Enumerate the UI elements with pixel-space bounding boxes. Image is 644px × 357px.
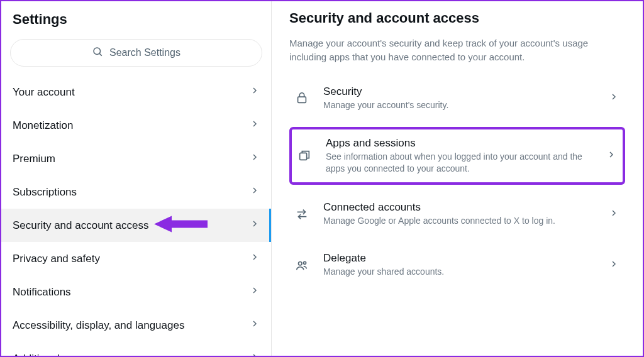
option-body: Security Manage your account's security.	[323, 85, 596, 111]
sidebar-item-label: Security and account access	[13, 219, 148, 232]
option-delegate[interactable]: Delegate Manage your shared accounts.	[289, 243, 625, 287]
chevron-right-icon	[250, 352, 260, 357]
chevron-right-icon	[606, 150, 616, 162]
search-input[interactable]: Search Settings	[10, 39, 262, 67]
option-connected-accounts[interactable]: Connected accounts Manage Google or Appl…	[289, 192, 625, 236]
svg-point-0	[94, 48, 101, 55]
settings-sidebar: Settings Search Settings Your account Mo…	[1, 1, 272, 356]
option-security[interactable]: Security Manage your account's security.	[289, 77, 625, 120]
chevron-right-icon	[250, 252, 260, 265]
svg-rect-3	[298, 97, 306, 102]
sidebar-item-label: Notifications	[13, 286, 71, 299]
search-wrap: Search Settings	[1, 35, 271, 75]
option-subtitle: See information about when you logged in…	[326, 151, 594, 175]
option-apps-sessions[interactable]: Apps and sessions See information about …	[289, 127, 625, 185]
svg-marker-2	[154, 216, 208, 232]
sidebar-item-label: Premium	[13, 153, 55, 165]
chevron-right-icon	[609, 208, 619, 221]
sidebar-item-notifications[interactable]: Notifications	[1, 275, 271, 309]
sidebar-item-subscriptions[interactable]: Subscriptions	[1, 175, 271, 209]
chevron-right-icon	[250, 185, 260, 199]
search-icon	[92, 46, 103, 60]
sidebar-item-label: Your account	[13, 86, 75, 99]
search-placeholder: Search Settings	[109, 47, 180, 58]
sidebar-item-additional[interactable]: Additional resources	[1, 342, 271, 357]
chevron-right-icon	[250, 219, 260, 232]
svg-point-6	[304, 261, 306, 264]
sidebar-item-label: Accessibility, display, and languages	[13, 319, 184, 332]
chevron-right-icon	[609, 259, 619, 272]
chevron-right-icon	[609, 92, 619, 104]
svg-rect-4	[300, 153, 307, 160]
lock-icon	[293, 91, 311, 105]
sidebar-item-premium[interactable]: Premium	[1, 142, 271, 175]
option-title: Apps and sessions	[326, 137, 594, 150]
sidebar-item-label: Privacy and safety	[13, 253, 100, 265]
annotation-arrow-icon	[154, 214, 208, 237]
main-panel: Security and account access Manage your …	[272, 1, 643, 356]
option-body: Connected accounts Manage Google or Appl…	[323, 201, 596, 227]
people-icon	[293, 258, 311, 272]
sidebar-item-label: Subscriptions	[13, 186, 77, 199]
chevron-right-icon	[250, 152, 260, 165]
option-body: Delegate Manage your shared accounts.	[323, 252, 596, 278]
svg-point-5	[299, 261, 303, 265]
sidebar-item-accessibility[interactable]: Accessibility, display, and languages	[1, 309, 271, 342]
sidebar-item-label: Monetization	[13, 119, 73, 132]
page-title: Security and account access	[289, 10, 625, 26]
chevron-right-icon	[250, 85, 260, 99]
sidebar-item-security[interactable]: Security and account access	[1, 209, 271, 242]
option-subtitle: Manage your shared accounts.	[323, 266, 596, 278]
sidebar-item-monetization[interactable]: Monetization	[1, 109, 271, 142]
sidebar-item-label: Additional resources	[13, 353, 109, 358]
page-description: Manage your account's security and keep …	[289, 36, 625, 64]
option-title: Security	[323, 85, 596, 98]
chevron-right-icon	[250, 285, 260, 299]
apps-icon	[296, 149, 313, 163]
sidebar-item-privacy[interactable]: Privacy and safety	[1, 242, 271, 275]
svg-line-1	[99, 53, 101, 55]
option-title: Connected accounts	[323, 201, 596, 214]
sidebar-title: Settings	[1, 1, 271, 35]
option-body: Apps and sessions See information about …	[326, 137, 594, 175]
chevron-right-icon	[250, 119, 260, 132]
chevron-right-icon	[250, 319, 260, 332]
swap-icon	[293, 207, 311, 221]
sidebar-item-your-account[interactable]: Your account	[1, 75, 271, 109]
option-subtitle: Manage your account's security.	[323, 99, 596, 111]
option-title: Delegate	[323, 252, 596, 265]
option-subtitle: Manage Google or Apple accounts connecte…	[323, 215, 596, 227]
